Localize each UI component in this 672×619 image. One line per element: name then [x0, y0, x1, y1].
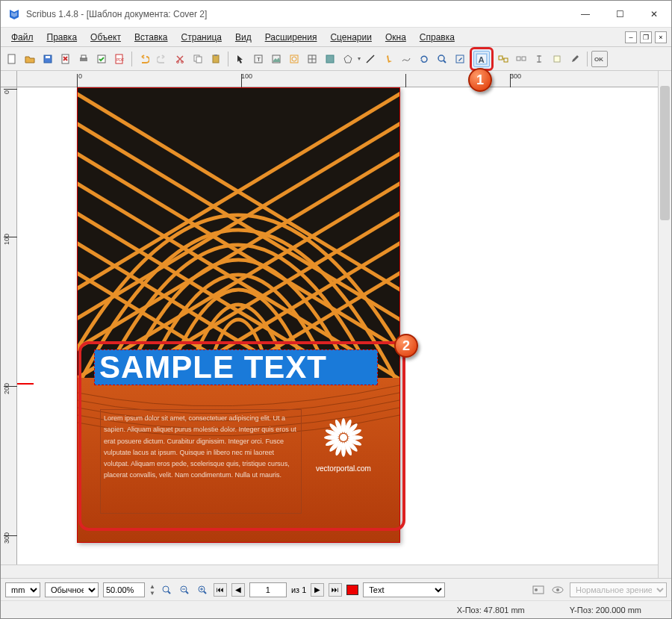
polygon-tool[interactable] — [340, 51, 356, 67]
select-tool[interactable] — [232, 51, 249, 67]
quality-select[interactable]: Обычное — [45, 582, 99, 597]
coordinates-bar: Х-Поз: 47.801 mm Y-Поз: 200.000 mm — [1, 600, 671, 618]
menubar: Файл Правка Объект Вставка Страница Вид … — [1, 28, 671, 47]
ruler-h-100: 100 — [241, 72, 252, 80]
ruler-corner — [1, 71, 17, 87]
lorem-text-frame[interactable]: Lorem ipsum dolor sit amet, consectetuer… — [100, 409, 302, 514]
undo-button[interactable] — [136, 51, 152, 67]
zoom-input[interactable] — [103, 582, 145, 597]
menu-edit[interactable]: Правка — [41, 31, 84, 44]
mdi-close[interactable]: × — [655, 31, 667, 43]
menu-scenarios[interactable]: Сценарии — [324, 31, 377, 44]
ruler-v-300: 300 — [3, 532, 10, 544]
copy-props-tool[interactable] — [549, 51, 565, 67]
prev-page-button[interactable]: ◀ — [231, 583, 245, 597]
copy-button[interactable] — [190, 51, 206, 67]
vertical-scrollbar[interactable] — [658, 71, 671, 578]
open-button[interactable] — [22, 51, 38, 67]
window-title: Scribus 1.4.8 - [Шаблон документа: Cover… — [26, 9, 568, 19]
mdi-restore[interactable]: ❐ — [640, 31, 652, 43]
table-tool[interactable] — [304, 51, 320, 67]
mdi-minimize[interactable]: – — [625, 31, 637, 43]
layer-select[interactable]: Text — [363, 582, 445, 597]
menu-insert[interactable]: Вставка — [128, 31, 174, 44]
text-frame-tool[interactable]: T — [250, 51, 267, 67]
zoom-default-button[interactable] — [160, 583, 173, 597]
redo-button[interactable] — [154, 51, 170, 67]
menu-help[interactable]: Справка — [414, 31, 461, 44]
ruler-v-0: 0 — [3, 90, 10, 94]
app-icon — [8, 8, 20, 20]
bezier-tool[interactable] — [380, 51, 396, 67]
menu-extensions[interactable]: Расширения — [259, 31, 323, 44]
canvas[interactable]: SAMPLE TEXT Lorem ipsum dolor sit amet, … — [17, 87, 658, 564]
print-button[interactable] — [75, 51, 92, 67]
callout-1: 1 — [468, 68, 492, 92]
toolbar: PDF T ▾ A OK 1 — [1, 47, 671, 71]
rotate-tool[interactable] — [416, 51, 432, 67]
menu-view[interactable]: Вид — [229, 31, 258, 44]
svg-rect-14 — [214, 55, 217, 56]
svg-point-54 — [535, 588, 538, 591]
svg-rect-27 — [504, 58, 508, 62]
unlink-frames-tool[interactable] — [513, 51, 529, 67]
horizontal-ruler[interactable]: 0 100 300 — [17, 71, 658, 87]
y-position: Y-Поз: 200.000 mm — [570, 606, 641, 615]
new-doc-button[interactable] — [4, 51, 20, 67]
svg-rect-28 — [517, 57, 520, 60]
page-of-label: из 1 — [291, 585, 306, 594]
callout-2: 2 — [394, 334, 418, 358]
vision-select[interactable]: Нормальное зрение — [570, 582, 667, 597]
last-page-button[interactable]: ⏭ — [329, 583, 342, 597]
eyedropper-tool[interactable] — [567, 51, 583, 67]
zoom-spinner[interactable]: ▲▼ — [149, 583, 155, 597]
horizontal-scrollbar[interactable] — [1, 564, 658, 578]
zoom-in-button[interactable] — [196, 583, 209, 597]
menu-windows[interactable]: Окна — [379, 31, 412, 44]
save-button[interactable] — [40, 51, 56, 67]
app-window: Scribus 1.4.8 - [Шаблон документа: Cover… — [0, 0, 672, 619]
cms-icon[interactable] — [531, 584, 546, 596]
image-frame-tool[interactable] — [268, 51, 284, 67]
edit-text-tool-highlight: A — [470, 47, 494, 71]
link-frames-tool[interactable] — [495, 51, 511, 67]
svg-point-56 — [556, 588, 559, 591]
menu-file[interactable]: Файл — [5, 31, 40, 44]
document-page[interactable]: SAMPLE TEXT Lorem ipsum dolor sit amet, … — [77, 87, 400, 543]
render-frame-tool[interactable] — [286, 51, 302, 67]
svg-rect-12 — [196, 57, 202, 63]
preview-icon[interactable] — [550, 584, 565, 596]
svg-text:T: T — [257, 56, 261, 63]
measure-tool[interactable] — [531, 51, 547, 67]
zoom-tool[interactable] — [434, 51, 450, 67]
svg-rect-30 — [554, 56, 560, 62]
export-pdf-button[interactable]: PDF — [111, 51, 128, 67]
first-page-button[interactable]: ⏮ — [214, 583, 227, 597]
zoom-out-button[interactable] — [178, 583, 191, 597]
titlebar: Scribus 1.4.8 - [Шаблон документа: Cover… — [1, 1, 671, 28]
vertical-ruler[interactable]: 0 100 200 300 — [1, 87, 17, 564]
sample-title-frame[interactable]: SAMPLE TEXT — [94, 349, 378, 385]
preflight-button[interactable] — [93, 51, 110, 67]
line-tool[interactable] — [362, 51, 379, 67]
freehand-tool[interactable] — [398, 51, 414, 67]
ruler-h-0: 0 — [78, 72, 82, 80]
close-doc-button[interactable] — [57, 51, 74, 67]
shape-tool[interactable] — [322, 51, 338, 67]
edit-contents-tool[interactable] — [452, 51, 468, 67]
cut-button[interactable] — [172, 51, 188, 67]
close-button[interactable]: ✕ — [637, 1, 671, 27]
menu-page[interactable]: Страница — [175, 31, 228, 44]
minimize-button[interactable]: — — [568, 1, 603, 27]
layer-color-swatch[interactable] — [346, 585, 358, 595]
next-page-button[interactable]: ▶ — [311, 583, 324, 597]
ruler-v-100: 100 — [3, 234, 10, 245]
page-number-input[interactable] — [249, 582, 287, 597]
paste-button[interactable] — [208, 51, 224, 67]
scrollbar-thumb[interactable] — [660, 86, 670, 220]
ok-button[interactable]: OK — [591, 51, 608, 67]
unit-select[interactable]: mm — [5, 582, 40, 597]
menu-object[interactable]: Объект — [84, 31, 127, 44]
maximize-button[interactable]: ☐ — [603, 1, 637, 27]
edit-text-tool[interactable]: A — [473, 51, 490, 67]
